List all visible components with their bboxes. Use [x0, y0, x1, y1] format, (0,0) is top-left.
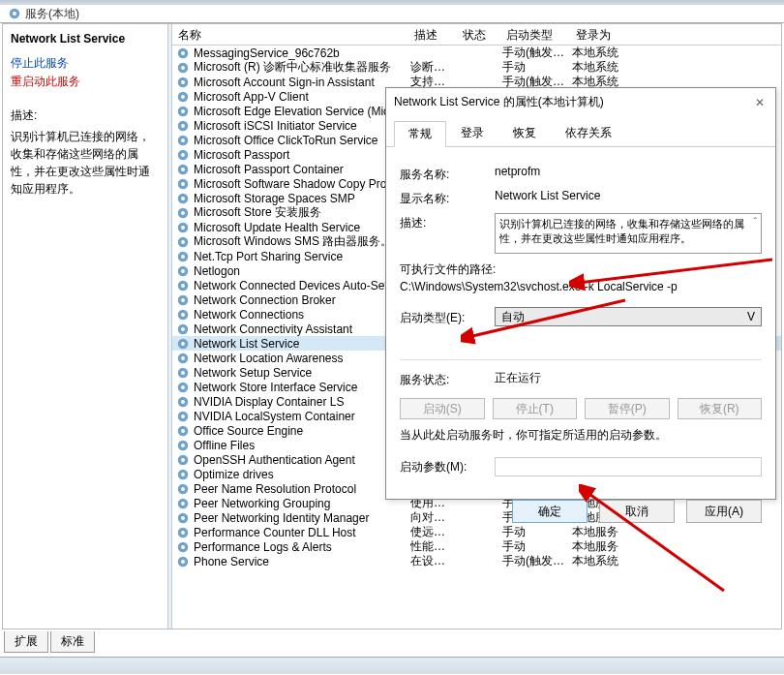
gear-icon [8, 7, 21, 20]
col-desc[interactable]: 描述 [408, 24, 457, 45]
gear-icon [176, 163, 190, 176]
service-name: NVIDIA LocalSystem Container [194, 410, 410, 423]
column-headers: 名称 描述 状态 启动类型 登录为 [172, 24, 781, 46]
close-icon[interactable]: ✕ [752, 96, 768, 109]
service-name: Network List Service [194, 337, 410, 351]
stop-button[interactable]: 停止(T) [493, 398, 578, 419]
pause-button[interactable]: 暂停(P) [585, 398, 670, 419]
service-name: Microsoft App-V Client [194, 90, 410, 104]
title-bar: 服务(本地) [0, 5, 784, 22]
tab-general[interactable]: 常规 [394, 121, 446, 147]
service-logon: 本地系统 [572, 553, 649, 569]
service-name: Offline Files [194, 439, 410, 452]
service-name: Peer Networking Identity Manager [194, 511, 410, 525]
gear-icon [176, 381, 190, 394]
resume-button[interactable]: 恢复(R) [678, 398, 763, 419]
service-name: Microsoft (R) 诊断中心标准收集器服务 [194, 59, 410, 76]
gear-icon [176, 119, 190, 133]
disp-name-label: 显示名称: [400, 189, 495, 207]
gear-icon [176, 526, 190, 539]
stop-service-link[interactable]: 停止此服务 [11, 55, 158, 72]
service-name: Network Setup Service [194, 366, 410, 380]
desc-label: 描述: [400, 213, 495, 231]
gear-icon [176, 482, 190, 496]
help-text: 当从此处启动服务时，你可指定所适用的启动参数。 [400, 427, 762, 444]
service-name: Peer Networking Grouping [194, 497, 410, 510]
service-name: Microsoft Software Shadow Copy Provider [194, 177, 410, 191]
startup-type-select[interactable]: 自动 V [495, 307, 762, 326]
service-name: Microsoft Windows SMS 路由器服务。 [194, 233, 410, 250]
gear-icon [176, 366, 190, 380]
view-tabs: 扩展 标准 [4, 631, 780, 653]
gear-icon [176, 468, 190, 481]
dialog-title: Network List Service 的属性(本地计算机) [394, 94, 604, 110]
service-row[interactable]: MessagingService_96c762b手动(触发…本地系统 [172, 46, 781, 60]
service-name: Office Source Engine [194, 424, 410, 438]
chevron-down-icon: V [747, 310, 755, 323]
service-name: Microsoft Storage Spaces SMP [194, 192, 410, 205]
disp-name-value: Network List Service [495, 189, 762, 202]
gear-icon [176, 555, 190, 568]
col-name[interactable]: 名称 [172, 24, 408, 45]
service-name: Performance Counter DLL Host [194, 526, 410, 539]
ok-button[interactable]: 确定 [512, 500, 588, 523]
gear-icon [176, 177, 190, 191]
gear-icon [176, 424, 190, 438]
start-params-input[interactable] [495, 457, 762, 476]
col-startup[interactable]: 启动类型 [500, 24, 570, 45]
tab-logon[interactable]: 登录 [446, 120, 498, 146]
restart-service-link[interactable]: 重启动此服务 [11, 74, 158, 90]
startup-type-value: 自动 [501, 309, 525, 325]
cancel-button[interactable]: 取消 [599, 500, 675, 523]
start-params-label: 启动参数(M): [400, 457, 495, 476]
gear-icon [176, 337, 190, 351]
gear-icon [176, 76, 190, 89]
service-state-label: 服务状态: [400, 370, 495, 388]
gear-icon [176, 439, 190, 452]
service-state-value: 正在运行 [495, 370, 762, 386]
service-name: Network Connected Devices Auto-Setup [194, 279, 410, 292]
chevron-up-icon[interactable]: ˆ [754, 216, 757, 230]
service-name: Performance Logs & Alerts [194, 540, 410, 554]
gear-icon [176, 308, 190, 322]
col-status[interactable]: 状态 [457, 24, 500, 45]
desc-textbox[interactable]: 识别计算机已连接的网络，收集和存储这些网络的属性，并在更改这些属性时通知应用程序… [495, 213, 762, 254]
gear-icon [176, 293, 190, 307]
service-row[interactable]: Performance Logs & Alerts性能…手动本地服务 [172, 539, 781, 554]
service-name: Phone Service [194, 555, 410, 568]
service-name: Network Connectivity Assistant [194, 322, 410, 336]
description-label: 描述: [11, 107, 158, 124]
service-row[interactable]: Microsoft (R) 诊断中心标准收集器服务诊断…手动本地系统 [172, 60, 781, 75]
service-name: Microsoft Store 安装服务 [194, 204, 410, 221]
gear-icon [176, 395, 190, 409]
gear-icon [176, 61, 190, 75]
start-button[interactable]: 启动(S) [400, 398, 485, 419]
service-name: Net.Tcp Port Sharing Service [194, 250, 410, 263]
service-name: Network Store Interface Service [194, 381, 410, 394]
gear-icon [176, 134, 190, 147]
gear-icon [176, 46, 190, 60]
col-logon[interactable]: 登录为 [570, 24, 648, 45]
gear-icon [176, 221, 190, 234]
tab-extended[interactable]: 扩展 [4, 631, 48, 653]
gear-icon [176, 279, 190, 292]
service-details-pane: Network List Service 停止此服务 重启动此服务 描述: 识别… [3, 24, 167, 629]
service-row[interactable]: Phone Service在设…手动(触发…本地系统 [172, 554, 781, 568]
description-text: 识别计算机已连接的网络，收集和存储这些网络的属性，并在更改这些属性时通知应用程序… [11, 128, 158, 198]
apply-button[interactable]: 应用(A) [686, 500, 762, 523]
gear-icon [176, 497, 190, 510]
tab-deps[interactable]: 依存关系 [551, 120, 626, 146]
service-name: Network Connection Broker [194, 293, 410, 307]
service-name: Network Connections [194, 308, 410, 322]
svc-name-value: netprofm [495, 165, 762, 178]
service-name: Optimize drives [194, 468, 410, 481]
service-name: Microsoft Account Sign-in Assistant [194, 76, 410, 89]
gear-icon [176, 352, 190, 365]
tab-recovery[interactable]: 恢复 [498, 120, 551, 146]
gear-icon [176, 250, 190, 263]
gear-icon [176, 90, 190, 104]
path-value: C:\Windows\System32\svchost.exe -k Local… [400, 280, 762, 293]
tab-standard[interactable]: 标准 [50, 631, 95, 653]
service-name: NVIDIA Display Container LS [194, 395, 410, 409]
gear-icon [176, 264, 190, 278]
